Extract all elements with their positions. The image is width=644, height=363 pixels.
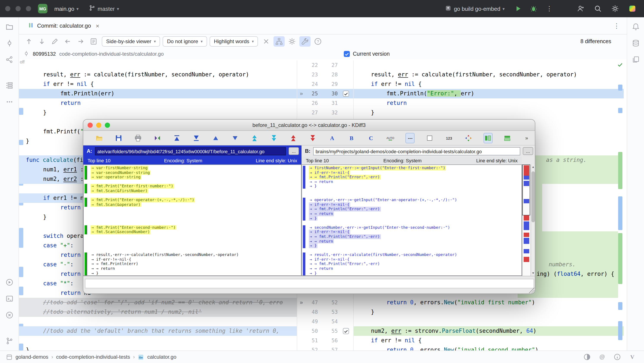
include-change-checkbox[interactable] (343, 328, 349, 334)
zoom-button[interactable] (26, 6, 31, 11)
scroll-down-icon[interactable]: ▼ (531, 271, 535, 276)
layout-rows-button[interactable] (503, 133, 512, 143)
split-move-button[interactable] (464, 133, 473, 143)
auto-advance-button[interactable]: AUTO (386, 133, 395, 143)
kdiff3-window[interactable]: before_11_calculator.go <-> calculator.g… (83, 119, 535, 294)
scroll-up-icon[interactable]: ▲ (531, 164, 535, 170)
show-line-numbers-button[interactable]: 123 (444, 133, 454, 143)
share-button[interactable] (4, 54, 15, 65)
group-tree-button[interactable] (274, 36, 285, 47)
choose-c-icon: C (367, 134, 375, 142)
help-button[interactable]: ? (312, 36, 324, 47)
file-a-browse-button[interactable]: ... (288, 147, 299, 155)
copy-stack-button[interactable] (630, 54, 641, 65)
changes-list-button[interactable] (88, 36, 99, 47)
run-configuration-selector[interactable]: go build go-embed ▾ (442, 3, 508, 15)
contrast-button[interactable] (582, 352, 593, 362)
kdiff-overview-column[interactable] (522, 164, 530, 276)
next-conflict-button[interactable] (270, 133, 278, 143)
vim-button[interactable]: V (627, 352, 638, 362)
source-column (303, 239, 306, 243)
source-column (84, 166, 87, 170)
collapse-unchanged-button[interactable] (261, 36, 272, 47)
kdiff-code-text: → if·err·!=·nil·{ (309, 170, 350, 175)
toolbar-overflow-button[interactable]: » (522, 133, 532, 143)
prev-unsolved-button[interactable] (289, 133, 298, 143)
kdiff-pane-a[interactable]: → var·firstNumber·string→ var·secondNumb… (83, 164, 302, 276)
arrow-right-button[interactable] (75, 36, 86, 47)
search-button[interactable] (592, 4, 604, 14)
viewer-dropdown[interactable]: Side-by-side viewer ▾ (102, 36, 160, 47)
branch-widget[interactable]: master ▾ (86, 3, 123, 14)
layout-columns-button[interactable] (483, 133, 492, 143)
kdiff3-titlebar[interactable]: before_11_calculator.go <-> calculator.g… (83, 120, 535, 131)
breadcrumb-item[interactable]: calculator.go (147, 354, 176, 360)
git-branch-button[interactable] (4, 336, 15, 346)
file-b-path-field[interactable]: brains/myProjects/goland-demos/code-comp… (313, 147, 520, 155)
save-button[interactable] (114, 133, 123, 143)
include-change-checkbox[interactable] (343, 91, 349, 97)
next-delta-button[interactable] (230, 133, 240, 143)
colorful-logo-button[interactable] (627, 4, 638, 14)
highlight-mode-dropdown[interactable]: Highlight words ▾ (210, 36, 258, 47)
wrench-button[interactable] (300, 36, 311, 47)
tab-options-button[interactable]: ⋮ (611, 22, 622, 30)
database-button[interactable] (630, 38, 641, 48)
more-button[interactable] (4, 97, 15, 107)
play-button[interactable] (512, 4, 524, 14)
prev-conflict-button[interactable] (250, 133, 259, 143)
terminal-button[interactable] (4, 293, 15, 304)
overview-block (524, 233, 529, 237)
next-unsolved-button[interactable] (308, 133, 317, 143)
pencil-button[interactable] (49, 36, 60, 47)
file-a-path-field[interactable]: ate/var/folders/96/bdhwjhbd4t72frsd_1245… (95, 147, 286, 155)
tab-commit-calculator[interactable]: Commit: calculator.go × (23, 17, 104, 34)
bell-button[interactable] (630, 22, 641, 32)
print-button[interactable] (133, 133, 142, 143)
choose-a-button[interactable]: A (328, 133, 337, 143)
open-folder-button[interactable] (94, 133, 104, 143)
reload-diff-button[interactable] (153, 133, 162, 143)
breadcrumb-item[interactable]: code-completion-individual-tests (56, 354, 130, 360)
resize-grip[interactable] (529, 287, 534, 293)
choose-c-button[interactable]: C (367, 133, 376, 143)
commit-hash[interactable]: 80995132 (33, 51, 56, 57)
at-sign-button[interactable]: @ (596, 352, 608, 362)
run-circle-button[interactable] (4, 277, 15, 287)
show-window-button[interactable] (425, 133, 434, 143)
prev-delta-icon (212, 134, 220, 142)
user-plus-button[interactable] (575, 4, 586, 14)
structure-button[interactable] (4, 80, 15, 91)
close-button[interactable] (5, 6, 10, 11)
info-button[interactable] (612, 352, 623, 362)
commit-node-button[interactable] (4, 38, 15, 48)
gear-button[interactable] (610, 4, 621, 14)
prev-delta-button[interactable] (211, 133, 220, 143)
arrow-down-button[interactable] (36, 36, 48, 47)
ignore-policy-dropdown[interactable]: Do not ignore ▾ (163, 36, 207, 47)
more-actions-button[interactable]: ⋮ (544, 5, 555, 13)
kdiff-code-text: → firstNumber,·err·:=·getInput("Enter·th… (309, 166, 446, 170)
arrow-up-button[interactable] (23, 36, 34, 47)
go-bottom-button[interactable] (192, 133, 201, 143)
group-tree-icon (276, 38, 283, 45)
close-tab-icon[interactable]: × (96, 22, 99, 29)
project-badge[interactable]: MG (38, 4, 48, 13)
breadcrumb-item[interactable]: goland-demos (16, 354, 48, 360)
file-b-browse-button[interactable]: ... (523, 147, 533, 155)
change-map[interactable] (618, 60, 623, 350)
kdiff-pane-b[interactable]: → firstNumber,·err·:=·getInput("Enter·th… (302, 164, 522, 276)
debug-bug-button[interactable] (528, 4, 539, 14)
go-top-button[interactable] (172, 133, 182, 143)
choose-b-button[interactable]: B (347, 133, 356, 143)
problems-button[interactable] (4, 310, 15, 320)
folder-button[interactable] (4, 22, 15, 32)
arrow-left-button[interactable] (62, 36, 73, 47)
kdiff-scrollbar[interactable]: ▲ ▼ (530, 164, 535, 276)
file-switcher[interactable]: main.go ▾ (51, 4, 82, 14)
gear-button[interactable] (287, 36, 298, 47)
show-whitespace-button[interactable]: --- (406, 133, 415, 143)
current-version-checkbox[interactable] (344, 51, 350, 57)
scrollbar-thumb[interactable] (532, 171, 535, 222)
minimize-button[interactable] (16, 6, 21, 11)
